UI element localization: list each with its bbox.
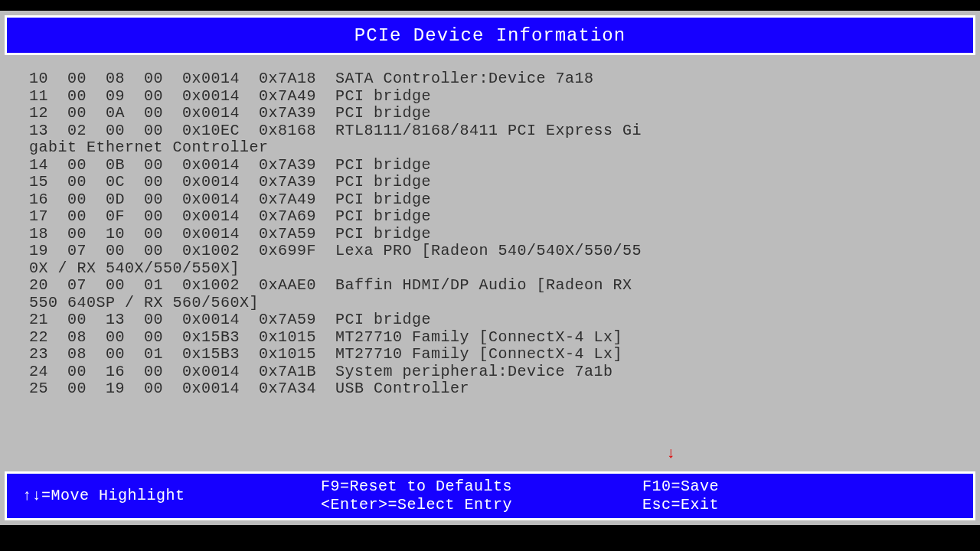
device-row[interactable]: 13 02 00 00 0x10EC 0x8168 RTL8111/8168/8… bbox=[29, 122, 957, 140]
device-row[interactable]: 21 00 13 00 0x0014 0x7A59 PCI bridge bbox=[29, 311, 957, 329]
footer-help-bar: ↑↓=Move Highlight F9=Reset to Defaults <… bbox=[5, 471, 975, 520]
device-row[interactable]: 23 08 00 01 0x15B3 0x1015 MT27710 Family… bbox=[29, 346, 957, 364]
hint-exit: Esc=Exit bbox=[642, 496, 958, 514]
device-row[interactable]: 550 640SP / RX 560/560X] bbox=[29, 295, 957, 312]
bios-screen: PCIe Device Information ↑ 10 00 08 00 0x… bbox=[0, 11, 980, 525]
device-row[interactable]: 25 00 19 00 0x0014 0x7A34 USB Controller bbox=[29, 380, 957, 398]
device-row[interactable]: 16 00 0D 00 0x0014 0x7A49 PCI bridge bbox=[29, 191, 957, 209]
device-row[interactable]: 12 00 0A 00 0x0014 0x7A39 PCI bridge bbox=[29, 105, 957, 122]
device-row[interactable]: 10 00 08 00 0x0014 0x7A18 SATA Controlle… bbox=[29, 70, 957, 88]
device-row[interactable]: gabit Ethernet Controller bbox=[29, 139, 957, 157]
hint-save: F10=Save bbox=[642, 478, 958, 496]
device-row[interactable]: 20 07 00 01 0x1002 0xAAE0 Baffin HDMI/DP… bbox=[29, 277, 957, 295]
device-row[interactable]: 17 00 0F 00 0x0014 0x7A69 PCI bridge bbox=[29, 208, 957, 226]
device-row[interactable]: 18 00 10 00 0x0014 0x7A59 PCI bridge bbox=[29, 226, 957, 243]
device-row[interactable]: 14 00 0B 00 0x0014 0x7A39 PCI bridge bbox=[29, 157, 957, 174]
device-row[interactable]: 11 00 09 00 0x0014 0x7A49 PCI bridge bbox=[29, 88, 957, 106]
pcie-device-list[interactable]: 10 00 08 00 0x0014 0x7A18 SATA Controlle… bbox=[5, 58, 975, 464]
page-title: PCIe Device Information bbox=[354, 25, 626, 46]
device-row[interactable]: 19 07 00 00 0x1002 0x699F Lexa PRO [Rade… bbox=[29, 243, 957, 260]
hint-move-highlight: ↑↓=Move Highlight bbox=[22, 487, 321, 505]
title-bar: PCIe Device Information bbox=[5, 15, 975, 55]
device-row[interactable]: 15 00 0C 00 0x0014 0x7A39 PCI bridge bbox=[29, 174, 957, 191]
device-row[interactable]: 0X / RX 540X/550/550X] bbox=[29, 260, 957, 278]
device-row[interactable]: 24 00 16 00 0x0014 0x7A1B System periphe… bbox=[29, 364, 957, 381]
device-row[interactable]: 22 08 00 00 0x15B3 0x1015 MT27710 Family… bbox=[29, 329, 957, 347]
hint-reset-defaults: F9=Reset to Defaults bbox=[321, 478, 642, 496]
scroll-down-arrow-icon[interactable]: ↓ bbox=[666, 445, 676, 462]
hint-select-entry: <Enter>=Select Entry bbox=[321, 496, 642, 514]
